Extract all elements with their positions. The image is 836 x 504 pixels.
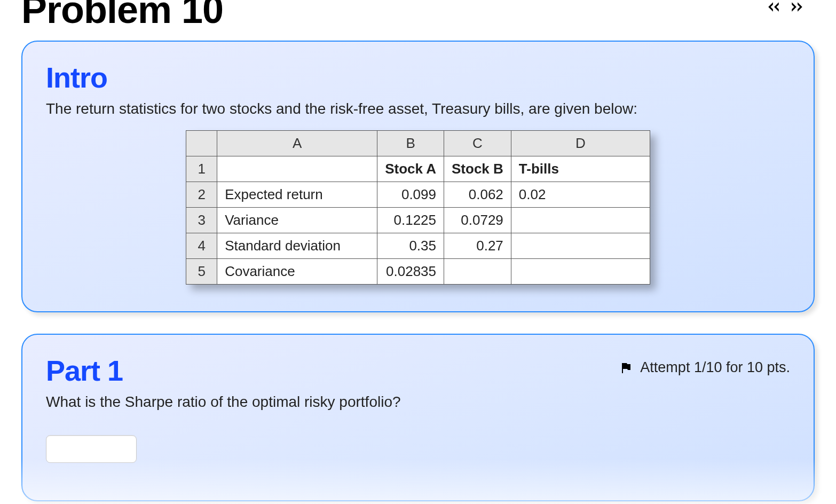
- row-header: 3: [186, 208, 217, 233]
- page-title: Problem 10: [21, 0, 223, 19]
- cell: Expected return: [217, 182, 377, 208]
- cell: 0.1225: [377, 208, 444, 233]
- row-header: 2: [186, 182, 217, 208]
- part1-question: What is the Sharpe ratio of the optimal …: [46, 393, 790, 411]
- cell: 0.02: [511, 182, 650, 208]
- cell: Stock B: [444, 156, 511, 182]
- col-header-d: D: [511, 131, 650, 156]
- part1-heading: Part 1: [46, 354, 123, 387]
- problem-nav: [767, 0, 815, 14]
- table-row: 3 Variance 0.1225 0.0729: [186, 208, 650, 233]
- cell: 0.0729: [444, 208, 511, 233]
- cell: [511, 208, 650, 233]
- col-header-b: B: [377, 131, 444, 156]
- cell: 0.27: [444, 233, 511, 259]
- cell: 0.099: [377, 182, 444, 208]
- cell: [217, 156, 377, 182]
- double-chevron-right-icon: [790, 0, 804, 14]
- intro-lead-text: The return statistics for two stocks and…: [46, 100, 790, 117]
- col-header-a: A: [217, 131, 377, 156]
- cell: [444, 259, 511, 285]
- flag-icon: [620, 361, 633, 374]
- row-header: 4: [186, 233, 217, 259]
- col-header-c: C: [444, 131, 511, 156]
- intro-card: Intro The return statistics for two stoc…: [21, 41, 815, 312]
- cell: Variance: [217, 208, 377, 233]
- table-row: 5 Covariance 0.02835: [186, 259, 650, 285]
- answer-input[interactable]: [46, 435, 137, 463]
- cell: [511, 233, 650, 259]
- next-problem-button[interactable]: [790, 0, 804, 14]
- attempt-text: Attempt 1/10 for 10 pts.: [640, 359, 790, 376]
- double-chevron-left-icon: [767, 0, 780, 14]
- part1-card: Part 1 Attempt 1/10 for 10 pts. What is …: [21, 334, 815, 501]
- attempt-info: Attempt 1/10 for 10 pts.: [620, 359, 790, 376]
- cell: 0.062: [444, 182, 511, 208]
- row-header: 1: [186, 156, 217, 182]
- row-header: 5: [186, 259, 217, 285]
- cell: [511, 259, 650, 285]
- table-row: 4 Standard deviation 0.35 0.27: [186, 233, 650, 259]
- table-row: 1 Stock A Stock B T-bills: [186, 156, 650, 182]
- table-row: 2 Expected return 0.099 0.062 0.02: [186, 182, 650, 208]
- cell: 0.02835: [377, 259, 444, 285]
- col-header-blank: [186, 131, 217, 156]
- prev-problem-button[interactable]: [767, 0, 780, 14]
- stats-table: A B C D 1 Stock A Stock B T-bills: [186, 130, 650, 285]
- table-col-header-row: A B C D: [186, 131, 650, 156]
- cell: T-bills: [511, 156, 650, 182]
- cell: Standard deviation: [217, 233, 377, 259]
- cell: Stock A: [377, 156, 444, 182]
- intro-heading: Intro: [46, 61, 790, 94]
- cell: Covariance: [217, 259, 377, 285]
- cell: 0.35: [377, 233, 444, 259]
